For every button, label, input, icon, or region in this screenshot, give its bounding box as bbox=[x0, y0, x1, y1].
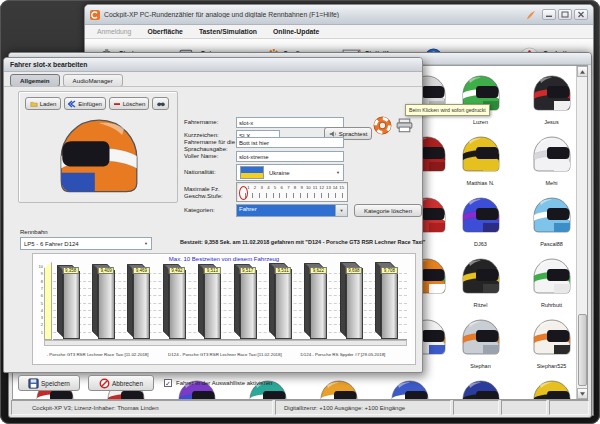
status-bar: Cockpit-XP V3; Lizenz-Inhaber: Thomas Li… bbox=[11, 400, 589, 415]
scroll-up-icon[interactable] bbox=[577, 66, 588, 77]
chart-bar bbox=[169, 270, 186, 339]
scrollbar[interactable] bbox=[576, 66, 587, 399]
app-icon bbox=[90, 10, 100, 20]
chart-bar-value: 9,492 bbox=[169, 267, 185, 274]
kategorien-combo[interactable]: Fahrer ▼ bbox=[236, 204, 348, 217]
helmet-item-stephan525[interactable]: Stephan525 bbox=[516, 318, 575, 369]
driver-edit-dialog: Fahrer slot-x bearbeiten Allgemein Audio… bbox=[3, 57, 423, 373]
fahrername-label: Fahrername: bbox=[184, 119, 238, 126]
helmet-icon bbox=[530, 283, 574, 300]
helmet-name: Pascal88 bbox=[516, 241, 575, 247]
helmet-name: Matthias N. bbox=[445, 180, 516, 186]
helmet-icon bbox=[530, 222, 574, 239]
slider-marker[interactable] bbox=[239, 186, 248, 200]
chevron-down-icon[interactable]: ▼ bbox=[335, 205, 347, 216]
loeschen-button[interactable]: Löschen bbox=[109, 97, 149, 110]
slider-tick: 2 bbox=[252, 185, 259, 190]
print-tooltip: Beim Klicken wird sofort gedruckt bbox=[405, 104, 490, 116]
helmet-item-mehi[interactable]: Mehi bbox=[516, 135, 575, 186]
menu-oberfläche[interactable]: Oberfläche bbox=[139, 28, 191, 35]
chart-bar bbox=[275, 269, 292, 339]
chart-ytick: 2 bbox=[35, 322, 43, 327]
laden-button[interactable]: Laden bbox=[25, 97, 61, 110]
chart-bar-side bbox=[127, 264, 133, 337]
scroll-down-icon[interactable] bbox=[577, 388, 588, 399]
chart-xlabel: D124 - Porsche RS Spyder #7 [29.05.2018] bbox=[301, 352, 386, 357]
nationalitaet-combo[interactable]: Ukraine ▼ bbox=[236, 164, 344, 181]
speichern-button[interactable]: Speichern bbox=[18, 375, 80, 391]
speed-slider[interactable]: 123456789101112131415 bbox=[236, 182, 348, 202]
slider-tick: 13 bbox=[325, 185, 332, 190]
chart-axis-wall bbox=[44, 262, 52, 340]
chart-bar bbox=[63, 271, 80, 339]
chart-bar-slot: 9,492 bbox=[159, 266, 194, 339]
chart-bar-slot: 9,469 bbox=[124, 266, 159, 339]
laden-label: Laden bbox=[40, 101, 57, 107]
slider-tick: 6 bbox=[278, 185, 285, 190]
maximize-button[interactable] bbox=[558, 9, 572, 20]
helmet-item[interactable] bbox=[374, 379, 445, 399]
rennbahn-combo[interactable]: LP5 - 6 Fahrer D124 ▼ bbox=[20, 237, 152, 250]
helmet-item[interactable] bbox=[445, 379, 516, 399]
chevron-down-icon: ▼ bbox=[336, 170, 340, 175]
chart-ytick: 1 bbox=[35, 330, 43, 335]
helmet-name: Jesus bbox=[516, 119, 575, 125]
window-title: Cockpit-XP PC-Rundenzähler für analoge u… bbox=[104, 11, 526, 18]
maxgeschw-label: Maximale Fz. Geschw.Stufe: bbox=[184, 186, 238, 200]
helmet-icon bbox=[530, 100, 574, 117]
chart-bar bbox=[133, 270, 150, 339]
chart-bar-side bbox=[92, 264, 98, 337]
chart-bar-slot: 9,622 bbox=[301, 266, 336, 339]
slider-tick: 7 bbox=[285, 185, 292, 190]
suchen-button[interactable] bbox=[152, 97, 169, 110]
sprachname-label: Fahrername für die Sprachausgabe: bbox=[184, 139, 238, 153]
chart-bar-value: 9,409 bbox=[98, 267, 114, 274]
rennbahn-value: LP5 - 6 Fahrer D124 bbox=[21, 241, 144, 247]
auswahlliste-checkbox[interactable]: ✓ bbox=[164, 379, 172, 387]
chart-ytick: 4 bbox=[35, 308, 43, 313]
helmet-item-ruhrbutt[interactable]: Ruhrbutt bbox=[516, 257, 575, 308]
helmet-item[interactable] bbox=[516, 379, 575, 399]
slider-tick: 11 bbox=[312, 185, 319, 190]
vollername-input[interactable] bbox=[236, 151, 344, 162]
menu-tasten-simulation[interactable]: Tasten/Simulation bbox=[191, 28, 265, 35]
abbrechen-label: Abbrechen bbox=[112, 380, 143, 387]
helmet-item[interactable] bbox=[303, 379, 374, 399]
vollername-label: Voller Name: bbox=[184, 153, 238, 160]
minimize-button[interactable] bbox=[542, 9, 556, 20]
menu-anmeldung[interactable]: Anmeldung bbox=[89, 28, 139, 35]
feather-icon[interactable] bbox=[526, 10, 536, 20]
menu-online-update[interactable]: Online-Update bbox=[265, 28, 327, 35]
slider-tick: 5 bbox=[272, 185, 279, 190]
help-lifebuoy-icon[interactable] bbox=[373, 116, 392, 135]
chart-ytick: 9 bbox=[35, 271, 43, 276]
chart-bar bbox=[310, 269, 327, 339]
chart-bar bbox=[240, 270, 257, 339]
helmet-name: Stephan525 bbox=[516, 363, 575, 369]
title-bar[interactable]: Cockpit-XP PC-Rundenzähler für analoge u… bbox=[85, 5, 593, 25]
status-panel bbox=[549, 400, 589, 415]
sprachname-input[interactable] bbox=[236, 137, 344, 148]
binoculars-icon bbox=[157, 100, 165, 108]
printer-icon[interactable] bbox=[395, 118, 414, 133]
chart-bar-value: 9,708 bbox=[381, 267, 397, 274]
dialog-titlebar[interactable]: Fahrer slot-x bearbeiten bbox=[4, 58, 422, 72]
helmet-item-jesus[interactable]: Jesus bbox=[516, 74, 575, 125]
close-button[interactable] bbox=[574, 9, 588, 20]
kategorie-loeschen-button[interactable]: Kategorie löschen bbox=[354, 204, 422, 217]
helmet-item-pascal88[interactable]: Pascal88 bbox=[516, 196, 575, 247]
sprachtest-label: Sprachtest bbox=[339, 131, 368, 137]
helmet-icon bbox=[530, 161, 574, 178]
chart-bar-value: 9,513 bbox=[204, 267, 220, 274]
abbrechen-button[interactable]: Abbrechen bbox=[88, 375, 154, 391]
kategorie-loeschen-label: Kategorie löschen bbox=[364, 208, 412, 214]
scroll-thumb[interactable] bbox=[578, 314, 587, 386]
speichern-label: Speichern bbox=[41, 380, 70, 387]
bestzeit-text: Bestzeit: 9,358 Sek. am 11.02.2018 gefah… bbox=[180, 239, 422, 245]
chart-bar-value: 9,358 bbox=[63, 267, 79, 274]
chart-bar-side bbox=[269, 263, 275, 337]
einfuegen-button[interactable]: Einfügen bbox=[64, 97, 106, 110]
status-digital-license: Digitallizenz: +100 Ausgänge: +100 Eingä… bbox=[275, 400, 451, 415]
chart-ytick: 10 bbox=[35, 264, 43, 269]
slider-tick: 12 bbox=[318, 185, 325, 190]
